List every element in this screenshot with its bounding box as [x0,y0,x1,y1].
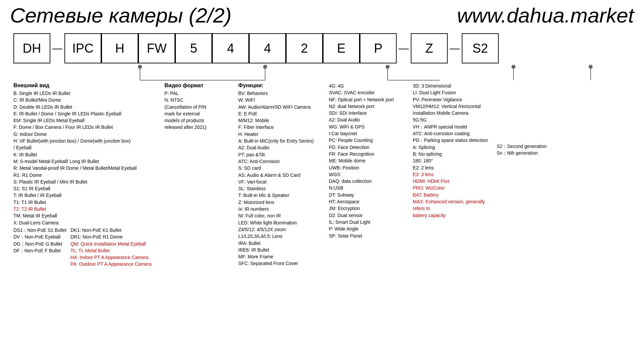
text-line: SP: Solar Panel [329,232,406,239]
text-line: E2: 2 lens [413,164,490,171]
text-line: C: IR Bullet/Mini Dome [13,97,158,103]
text-line: HA: Indoor PT A Appearance Camera [70,254,152,261]
text-line: LED: White light illumination [238,219,322,226]
text-line: PC: People Counting [329,137,406,144]
text-line: F: Dome / Box Camera / Four IR LEDs IR B… [13,124,158,131]
text-line: QM: Quick Installation Metal Eyeball [70,241,152,247]
text-line: models of products [164,117,232,124]
text-line: H: Heater [238,131,322,138]
text-line: X: Dual-Lens Camera [13,219,158,226]
text-line: AW: Audio/Alarm/SD WIFI Camera [238,104,322,110]
text-line: SDI: SDI Interface [329,110,406,116]
text-line: Z4/5/12: 4/5/12X zoom [238,226,322,233]
header: Сетевые камеры (2/2) www.dahua.market [0,0,644,27]
text-line: AS: Audio & Alarm & SD Card [238,172,322,178]
text-line: MAX: Enhanced version, generally refers … [413,198,490,212]
col-right: 3D: 3 DimensionalLI: Dual Light FusionPV… [413,83,490,268]
model-box-4b: 4 [249,33,286,63]
text-line: NF: Optical port + Network port [329,96,406,103]
text-line: WGS: [329,171,406,178]
extra-lines: 4G: 4GSVAC: SVAC encoderNF: Optical port… [329,83,406,239]
text-line: D: Double IR LEDs IR Bullet [13,104,158,110]
text-line: (Cancellation of P/N [164,104,232,110]
text-line: JM: Encryption [329,205,406,212]
text-line: F: Fiber interface [238,124,322,131]
text-line: T1: T1 IR Bullet [13,199,158,206]
text-line: Installation Mobile Camera [413,110,490,116]
text-line: S2：Second generation [497,143,571,150]
text-line: IL: Smart Dual Light [329,219,406,225]
text-line: E: IR-Bullet / Dome / Single IR LEDs Pla… [13,110,158,117]
text-line: battery capacity [413,212,490,219]
text-line: VM12/HM12: Vertical /Horizontal [413,103,490,110]
exterior-lines: B: Single IR LEDs IR BulletC: IR Bullet/… [13,90,158,226]
text-line: R1: R1 Dome [13,172,158,178]
text-line: Z: Motorized lens [238,199,322,206]
text-line: FR: Face Recognition [329,151,406,157]
text-line: 5G:5G [413,116,490,123]
text-line: M: S-model Metal Eyeball/ Long IR Bullet [13,158,158,165]
text-line: I:Car bayonet [329,130,406,137]
functions-lines: BV: BehaviorsW: WIFIAW: Audio/Alarm/SD W… [238,90,322,267]
text-line: PT: pan &Tilt [238,151,322,158]
text-line: T: Built-in Mic & Speaker [238,192,322,199]
text-line: 180: 180° [413,157,490,164]
col-farright: S2：Second generationSn：Nth generation [497,83,571,268]
text-line: DT: Subway [329,192,406,198]
model-dash: — [397,43,411,54]
text-line: 3D: 3 Dimensional [413,83,490,89]
text-line: G: Indoor Dome [13,131,158,138]
video-title: Видео формат [164,83,232,89]
exterior-right-bottom: DK1: Non-PoE K1 BulletDR1: Non-PoE R1 Do… [70,227,152,268]
text-line: VF: Vari-focal [238,178,322,185]
text-line: H: VF Bullet(with junction box) / Dome(w… [13,138,158,144]
col-functions: Функции: BV: BehaviorsW: WIFIAW: Audio/A… [238,83,322,268]
text-line: ATC: Anti-Corrosion [238,158,322,165]
text-line: DF：Non-PoE F Bullet [13,247,66,254]
text-line: VH：ANPR special model [413,123,490,130]
col-exterior: Внешний вид B: Single IR LEDs IR BulletC… [13,83,158,268]
model-box-fw: FW [138,33,175,63]
text-line: L1/L2/L3/L4/L5: Lens [238,233,322,240]
model-box-z: Z [411,33,448,63]
text-line: B: No-splicing [413,151,490,157]
text-line: SVAC: SVAC encoder [329,89,406,96]
text-line: IRA: Bullet [238,240,322,247]
text-line: BV: Behaviors [238,90,322,97]
functions-title: Функции: [238,83,322,89]
model-box-s2: S2 [462,33,499,63]
text-line: PRO: WizColor [413,185,490,191]
text-line: K: IR Bullet [13,151,158,158]
text-line: DV：Non-PoE Eyeball [13,234,66,240]
text-line: S: Plastic IR Eyeball / Mini IR Bullet [13,178,158,185]
model-box-p: P [360,33,397,63]
text-line: M/M12: Mobile [238,117,322,124]
page-title: Сетевые камеры (2/2) [10,3,232,27]
text-line: A: Splicing [413,144,490,151]
col-extra: 4G: 4GSVAC: SVAC encoderNF: Optical port… [329,83,406,268]
text-line: N2: dual Network port [329,103,406,110]
model-box-h: H [101,33,138,63]
text-line: TM: Metal IR Eyeball [13,212,158,219]
text-line: NI: Full color, non IR [238,212,322,219]
model-box-dh: DH [13,33,50,63]
right-lines: 3D: 3 DimensionalLI: Dual Light FusionPV… [413,83,490,219]
text-line: IRE6: IR Bullet [238,247,322,253]
exterior-left-bottom: DS1：Non-PoE S1 BulletDV：Non-PoE EyeballD… [13,227,66,268]
text-line: EM: Single IR LEDs Metal Eyeball [13,117,158,124]
exterior-title: Внешний вид [13,83,158,89]
text-line: WG: WiFi & GPS [329,123,406,130]
text-line: mark for external [164,110,232,117]
text-line: HDMI: HDMI Port [413,178,490,185]
text-line: DS1：Non-PoE S1 Bullet [13,227,66,234]
model-dash: — [448,43,462,54]
text-line: A2: Dual Audio [329,116,406,123]
text-line: D2: Dual sensor [329,212,406,219]
text-line: W: WIFI [238,97,322,103]
text-line: DR1: Non-PoE R1 Dome [70,234,152,240]
text-line: ATC: Anti-corrosion coating [413,130,490,137]
text-line: / Eyeball [13,144,158,151]
text-line: S1: S1 IR Eyeball [13,185,158,192]
main-content: Внешний вид B: Single IR LEDs IR BulletC… [0,83,644,268]
model-box-4a: 4 [212,33,249,63]
